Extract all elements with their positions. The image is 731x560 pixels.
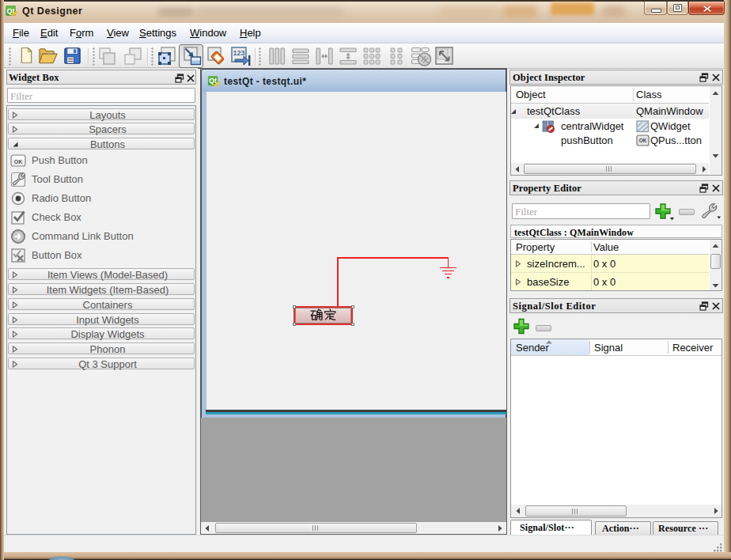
svg-text:OK: OK (14, 159, 23, 165)
svg-text:OK: OK (639, 138, 647, 143)
svg-text:123: 123 (233, 49, 244, 57)
